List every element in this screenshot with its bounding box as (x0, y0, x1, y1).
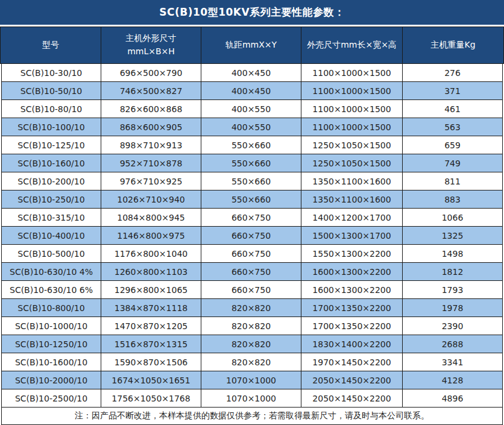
table-cell: 820×820 (201, 317, 301, 335)
table-cell: SC(B)10-2500/10 (2, 389, 101, 407)
table-cell: 820×820 (201, 353, 301, 371)
table-cell: SC(B)10-400/10 (2, 227, 101, 244)
table-header-row: 型号 主机外形尺寸 mmL×B×H 轨距mmX×Y 外壳尺寸mm长×宽×高 主机… (0, 27, 504, 64)
table-cell: 1793 (403, 281, 502, 298)
table-cell: 371 (403, 82, 502, 99)
table-cell: 550×660 (201, 136, 301, 154)
table-row: SC(B)10-80/10826×600×868400×5501100×1000… (2, 100, 502, 118)
table-cell: 400×550 (201, 118, 301, 136)
table-cell: 898×710×913 (101, 136, 201, 154)
table-row: SC(B)10-30/10696×500×790400×4501100×1000… (2, 64, 502, 82)
table-cell: 1498 (403, 245, 502, 262)
table-row: SC(B)10-250/101026×710×940550×6601350×11… (2, 190, 502, 209)
table-row: SC(B)10-2500/101756×1050×17681070×100020… (2, 389, 502, 408)
table-cell: 1516×870×1315 (101, 335, 201, 353)
table-cell: 1070×1000 (201, 371, 301, 389)
table-cell: 1350×1100×1600 (301, 172, 403, 190)
page-title: SC(B)10型10KV系列主要性能参数： (0, 0, 504, 25)
table-row: SC(B)10-125/10898×710×913550×6601250×105… (2, 136, 502, 154)
column-header-label: 主机外形尺寸 (126, 32, 177, 45)
table-row: SC(B)10-100/10868×600×905400×5501100×100… (2, 118, 502, 136)
table-cell: 1146×800×975 (101, 227, 201, 244)
table-cell: SC(B)10-250/10 (2, 190, 101, 208)
table-cell: 952×710×878 (101, 154, 201, 172)
table-cell: 1400×1200×1700 (301, 209, 403, 226)
table-row: SC(B)10-800/101384×870×1118820×8201700×1… (2, 299, 502, 317)
table-cell: 660×750 (201, 227, 301, 244)
table-cell: 1100×1000×1500 (301, 82, 403, 99)
table-body: SC(B)10-30/10696×500×790400×4501100×1000… (1, 64, 503, 408)
table-cell: 1384×870×1118 (101, 299, 201, 316)
table-cell: 1500×1300×1700 (301, 227, 403, 244)
table-cell: 550×660 (201, 172, 301, 190)
table-cell: 1325 (403, 227, 502, 244)
column-header-label: 型号 (42, 39, 59, 52)
table-row: SC(B)10-315/101084×800×945660×7501400×12… (2, 209, 502, 227)
table-cell: 660×750 (201, 263, 301, 280)
table-row: SC(B)10-630/10 4%1260×800×1103660×750160… (2, 263, 502, 281)
table-cell: SC(B)10-1250/10 (2, 335, 101, 353)
table-cell: 1970×1450×2200 (301, 353, 403, 371)
table-cell: SC(B)10-2000/10 (2, 371, 101, 389)
column-header-enclosure-dimensions: 外壳尺寸mm长×宽×高 (301, 27, 403, 63)
table-row: SC(B)10-400/101146×800×975660×7501500×13… (2, 227, 502, 245)
table-cell: 883 (403, 190, 502, 208)
table-cell: SC(B)10-1600/10 (2, 353, 101, 371)
table-cell: 1590×870×1506 (101, 353, 201, 371)
table-cell: SC(B)10-315/10 (2, 209, 101, 226)
table-cell: 550×660 (201, 154, 301, 172)
table-cell: 826×600×868 (101, 100, 201, 118)
table-row: SC(B)10-50/10746×500×827400×4501100×1000… (2, 82, 502, 100)
table-cell: 4128 (403, 371, 502, 389)
page-title-text: SC(B)10型10KV系列主要性能参数： (159, 5, 344, 19)
table-cell: 4896 (403, 389, 502, 407)
table-cell: 1100×1000×1500 (301, 100, 403, 118)
table-cell: 1176×800×1040 (101, 245, 201, 262)
table-cell: 1100×1000×1500 (301, 64, 403, 81)
table-cell: SC(B)10-630/10 4% (2, 263, 101, 280)
table-cell: 976×710×925 (101, 172, 201, 190)
table-cell: 400×450 (201, 64, 301, 81)
column-header-label: 外壳尺寸mm长×宽×高 (307, 39, 397, 52)
table-cell: SC(B)10-500/10 (2, 245, 101, 262)
table-cell: SC(B)10-30/10 (2, 64, 101, 81)
column-header-rail-gauge: 轨距mmX×Y (201, 27, 301, 63)
table-cell: 1100×1000×1500 (301, 118, 403, 136)
table-cell: 696×500×790 (101, 64, 201, 81)
table-row: SC(B)10-2000/101674×1050×16511070×100020… (2, 371, 502, 389)
table-cell: 2050×1450×2200 (301, 371, 403, 389)
table-cell: 1700×1350×2200 (301, 299, 403, 316)
table-cell: 276 (403, 64, 502, 81)
table-cell: 400×450 (201, 82, 301, 99)
table-cell: 868×600×905 (101, 118, 201, 136)
table-cell: 660×750 (201, 209, 301, 226)
table-cell: SC(B)10-630/10 6% (2, 281, 101, 298)
table-cell: SC(B)10-125/10 (2, 136, 101, 154)
column-header-host-weight: 主机重量Kg (403, 27, 503, 63)
table-row: SC(B)10-1600/101590×870×1506820×8201970×… (2, 353, 502, 371)
table-cell: 1250×1050×1500 (301, 136, 403, 154)
table-cell: 660×750 (201, 281, 301, 298)
table-cell: SC(B)10-50/10 (2, 82, 101, 99)
table-row: SC(B)10-630/10 6%1296×800×1065660×750160… (2, 281, 502, 299)
table-cell: 2390 (403, 317, 502, 335)
table-cell: SC(B)10-100/10 (2, 118, 101, 136)
footer-note: 注：因产品不断改进，本样本提供的数据仅供参考；若需取得最新尺寸，请及时与本公司联… (1, 408, 503, 425)
table-cell: 746×500×827 (101, 82, 201, 99)
table-cell: 749 (403, 154, 502, 172)
table-cell: 550×660 (201, 190, 301, 208)
table-cell: 1600×1300×2200 (301, 281, 403, 298)
table-cell: 461 (403, 100, 502, 118)
table-cell: SC(B)10-80/10 (2, 100, 101, 118)
table-row: SC(B)10-1250/101516×870×1315820×8201830×… (2, 335, 502, 353)
table-cell: 1296×800×1065 (101, 281, 201, 298)
table-cell: 1830×1400×2200 (301, 335, 403, 353)
table-cell: 659 (403, 136, 502, 154)
table-row: SC(B)10-1000/101470×870×1205820×8201700×… (2, 317, 502, 335)
table-cell: 1674×1050×1651 (101, 371, 201, 389)
table-cell: 1084×800×945 (101, 209, 201, 226)
spec-sheet-page: SC(B)10型10KV系列主要性能参数： 型号 主机外形尺寸 mmL×B×H … (0, 0, 504, 425)
table-cell: 1350×1100×1600 (301, 190, 403, 208)
table-cell: 660×750 (201, 245, 301, 262)
table-cell: 1550×1300×2200 (301, 245, 403, 262)
